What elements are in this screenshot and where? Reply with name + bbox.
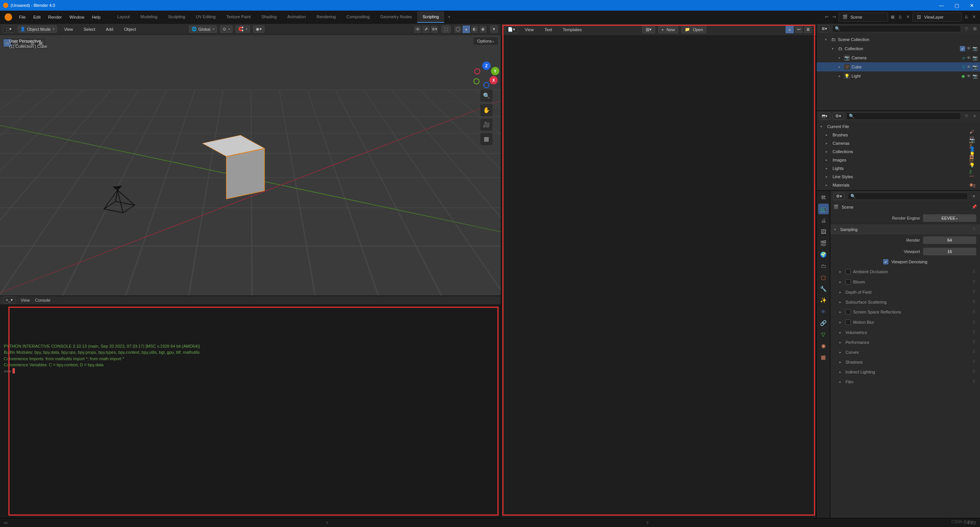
outliner-item-cube[interactable]: ▸▽ Cube ▽ 👁📷 [817, 62, 980, 72]
current-file-row[interactable]: ▾Current File [817, 123, 980, 131]
data-row-linestyles[interactable]: ▸Line Styles〰 [817, 172, 980, 181]
panel-depth-of-field[interactable]: ▸Depth of Field⠿ [830, 287, 980, 297]
collection-enable-check[interactable] [960, 46, 965, 51]
panel-curves[interactable]: ▸Curves⠿ [830, 347, 980, 357]
console-menu-console[interactable]: Console [35, 298, 50, 303]
ptab-material[interactable]: ◉ [818, 341, 829, 351]
data-row-brushes[interactable]: ▸Brushes🖌77 [817, 131, 980, 139]
tab-shading[interactable]: Shading [256, 11, 282, 23]
x-axis-icon[interactable]: X [490, 76, 498, 84]
panel-subsurface[interactable]: ▸Subsurface Scattering⠿ [830, 297, 980, 307]
ptab-viewlayer[interactable]: 🖼 [818, 226, 829, 237]
viewlayer-name-input[interactable] [924, 15, 958, 19]
new-text-button[interactable]: + New [658, 26, 679, 33]
menu-file[interactable]: File [15, 15, 30, 19]
y-axis-icon[interactable]: Y [491, 67, 499, 75]
prop-type-selector[interactable]: ⚙▾ [833, 193, 845, 200]
open-text-button[interactable]: 📁 Open [681, 25, 706, 33]
ptab-object[interactable]: ▢ [818, 272, 829, 283]
tab-compositing[interactable]: Compositing [341, 11, 375, 23]
panel-motion-blur[interactable]: ▸Motion Blur⠿ [830, 317, 980, 327]
z-axis-icon[interactable]: Z [482, 62, 490, 70]
outliner-new-collection-icon[interactable]: ⊞ [972, 25, 978, 32]
wireframe-icon[interactable]: ◯ [454, 25, 462, 33]
tab-animation[interactable]: Animation [282, 11, 311, 23]
proportional-edit-button[interactable]: ◉▾ [253, 25, 264, 33]
ptab-modifiers[interactable]: 🔧 [818, 283, 829, 294]
panel-sampling[interactable]: ▾Sampling⠿ [830, 224, 980, 234]
ptab-particles[interactable]: ✨ [818, 295, 829, 306]
viewport-denoising-check[interactable] [883, 259, 888, 264]
neg-x-icon[interactable] [474, 68, 480, 75]
text-editor-type-selector[interactable]: 📄▾ [505, 26, 518, 33]
ptab-physics[interactable]: ⚛ [818, 306, 829, 317]
solid-icon[interactable]: ● [462, 25, 471, 33]
neg-y-icon[interactable] [474, 78, 480, 84]
eye-icon[interactable]: 👁 [967, 46, 971, 51]
tab-sculpting[interactable]: Sculpting [163, 11, 190, 23]
ptab-scene[interactable]: 🎬 [818, 238, 829, 248]
visibility-icon[interactable]: 👁 [414, 25, 422, 33]
scene-add-icon[interactable]: ⎘ [897, 14, 903, 20]
text-datablock-icon[interactable]: ▥▾ [642, 25, 655, 33]
editor-type-selector[interactable]: ⬚▾ [3, 25, 14, 33]
shading-options-icon[interactable]: ▾ [490, 25, 498, 33]
render-icon[interactable]: 📷 [972, 46, 978, 51]
xray-button[interactable]: ⬚ [442, 25, 451, 33]
data-options-icon[interactable]: ≡ [972, 113, 978, 119]
outliner-item-camera[interactable]: ▸📷 Camera ▱ 👁📷 [817, 53, 980, 62]
eye-icon[interactable]: 👁 [967, 65, 971, 70]
data-search[interactable]: 🔍 [846, 113, 961, 120]
properties-search[interactable]: 🔍 [848, 193, 968, 200]
menu-help[interactable]: Help [88, 15, 105, 19]
menu-window[interactable]: Window [66, 15, 88, 19]
scene-remove-icon[interactable]: ✕ [905, 14, 911, 20]
ao-check[interactable] [845, 269, 851, 274]
data-row-lights[interactable]: ▸Lights💡2 [817, 164, 980, 172]
scene-collection-row[interactable]: ▾🗀 Scene Collection [817, 35, 980, 44]
data-type-selector[interactable]: ⬒▾ [819, 113, 830, 120]
data-search-input[interactable] [856, 114, 958, 118]
outliner-search-input[interactable] [842, 26, 958, 31]
viewport-menu-select[interactable]: Select [80, 27, 99, 32]
text-menu-templates[interactable]: Templates [559, 27, 585, 32]
gizmo-toggle-icon[interactable]: ⬈ [422, 25, 430, 33]
ptab-data[interactable]: ▽ [818, 329, 829, 340]
mode-selector[interactable]: 👤 Object Mode [18, 25, 57, 33]
viewlayer-remove-icon[interactable]: ✕ [971, 14, 977, 20]
forward-icon[interactable]: ↪ [831, 14, 837, 20]
viewlayer-selector[interactable]: 🖼 [912, 13, 962, 22]
data-row-collections[interactable]: ▸Collections▽👤💡🗀 [817, 147, 980, 156]
ssr-check[interactable] [845, 309, 851, 315]
bloom-check[interactable] [845, 279, 851, 285]
line-numbers-icon[interactable]: ≡ [785, 25, 794, 34]
matprev-icon[interactable]: ◐ [471, 25, 479, 33]
maximize-button[interactable]: ▢ [955, 3, 959, 8]
zoom-icon[interactable]: 🔍 [480, 90, 492, 102]
viewport-menu-view[interactable]: View [60, 27, 77, 32]
collection-row[interactable]: ▾🗀 Collection 👁📷 [817, 44, 980, 53]
tab-texture-paint[interactable]: Texture Paint [221, 11, 256, 23]
text-menu-text[interactable]: Text [541, 27, 556, 32]
close-button[interactable]: ✕ [970, 3, 974, 8]
panel-performance[interactable]: ▸Performance⠿ [830, 337, 980, 347]
tab-modeling[interactable]: Modeling [135, 11, 163, 23]
add-workspace-button[interactable]: + [444, 11, 454, 23]
console-menu-view[interactable]: View [21, 298, 30, 303]
ptab-output[interactable]: 🖨 [818, 215, 829, 226]
panel-volumetrics[interactable]: ▸Volumetrics⠿ [830, 327, 980, 337]
panel-shadows[interactable]: ▸Shadows⠿ [830, 357, 980, 367]
overlay-toggle-icon[interactable]: ⊕▾ [430, 25, 439, 33]
properties-options-icon[interactable]: ▾ [971, 193, 977, 199]
render-samples-field[interactable]: 64 [923, 236, 976, 244]
tab-layout[interactable]: Layout [112, 11, 135, 23]
panel-bloom[interactable]: ▸Bloom⠿ [830, 277, 980, 287]
viewport-menu-object[interactable]: Object [120, 27, 140, 32]
viewport-samples-field[interactable]: 16 [923, 248, 976, 255]
3d-viewport[interactable]: ⬚▾ 👤 Object Mode View Select Add Object … [0, 24, 501, 296]
tab-scripting[interactable]: Scripting [417, 11, 444, 23]
panel-film[interactable]: ▸Film⠿ [830, 377, 980, 387]
viewlayer-add-icon[interactable]: ⎘ [963, 14, 969, 20]
syntax-highlight-icon[interactable]: ≣ [803, 25, 813, 34]
data-row-cameras[interactable]: ▸Cameras📷2 [817, 139, 980, 147]
